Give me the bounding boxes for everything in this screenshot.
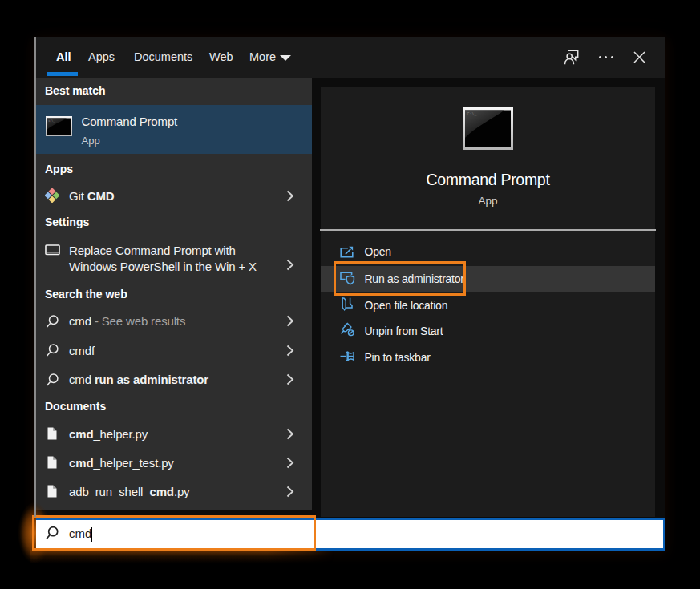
svg-text:C:\_: C:\_: [467, 112, 478, 117]
svg-text:C:\_: C:\_: [49, 119, 55, 123]
